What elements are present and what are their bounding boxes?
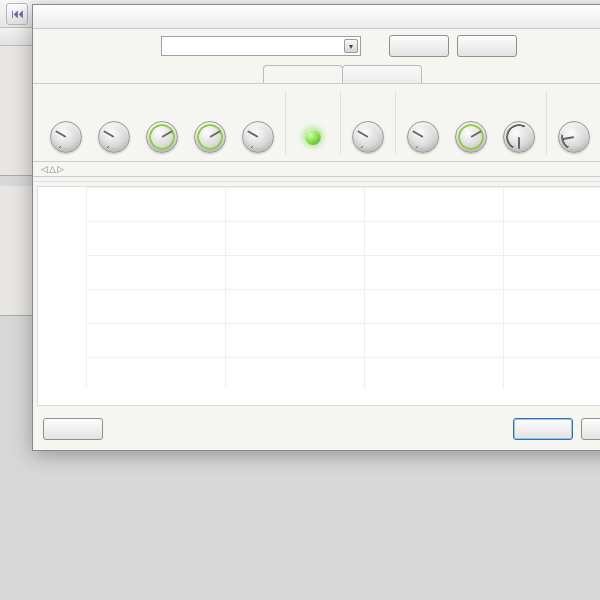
- impulse-graph-area: [33, 182, 600, 410]
- dialog-titlebar[interactable]: [33, 5, 600, 29]
- prev-ir-icon[interactable]: ◁: [41, 164, 48, 174]
- knob-predelay[interactable]: [345, 106, 391, 155]
- knob-release[interactable]: [235, 106, 281, 155]
- chevron-down-icon[interactable]: ▾: [344, 39, 358, 53]
- x-axis-labels: [86, 391, 600, 405]
- knob-hold[interactable]: [187, 106, 233, 155]
- knob-wet[interactable]: [551, 106, 597, 155]
- knob-panel: [33, 92, 600, 162]
- ok-button[interactable]: [513, 418, 573, 440]
- knob-attack[interactable]: [43, 106, 89, 155]
- skip-start-icon[interactable]: ⏮: [6, 3, 28, 25]
- nav-icons[interactable]: ◁ △ ▷: [41, 164, 64, 174]
- group-envelope: [39, 92, 286, 155]
- knob-end[interactable]: [448, 106, 494, 155]
- next-ir-icon[interactable]: ▷: [57, 164, 64, 174]
- knob-start[interactable]: [400, 106, 446, 155]
- dialog-button-bar: [33, 410, 600, 450]
- norm-led-icon: [305, 129, 321, 145]
- save-button[interactable]: [457, 35, 517, 57]
- preset-row: ▾: [33, 29, 600, 63]
- section-title: [33, 83, 600, 92]
- group-mixer: [547, 92, 600, 155]
- group-length: [396, 92, 547, 155]
- ir-path-row: ◁ △ ▷: [33, 162, 600, 177]
- knob-stretch[interactable]: [496, 106, 542, 155]
- reverberate-dialog: ▾: [32, 4, 600, 451]
- load-button[interactable]: [389, 35, 449, 57]
- group-predelay: [341, 92, 396, 155]
- y-axis-labels: [38, 187, 84, 389]
- knob-sustain[interactable]: [139, 106, 185, 155]
- cancel-button[interactable]: [581, 418, 600, 440]
- tab-ir[interactable]: [263, 65, 343, 83]
- preset-combo[interactable]: ▾: [161, 36, 361, 56]
- knob-decay[interactable]: [91, 106, 137, 155]
- impulse-graph[interactable]: [37, 186, 600, 406]
- preview-button[interactable]: [43, 418, 103, 440]
- tabs: [33, 65, 600, 83]
- tab-eq[interactable]: [342, 65, 422, 83]
- group-norm: [286, 92, 341, 155]
- impulse-decay: [86, 187, 600, 389]
- norm-indicator[interactable]: [290, 106, 336, 153]
- home-ir-icon[interactable]: △: [49, 164, 56, 174]
